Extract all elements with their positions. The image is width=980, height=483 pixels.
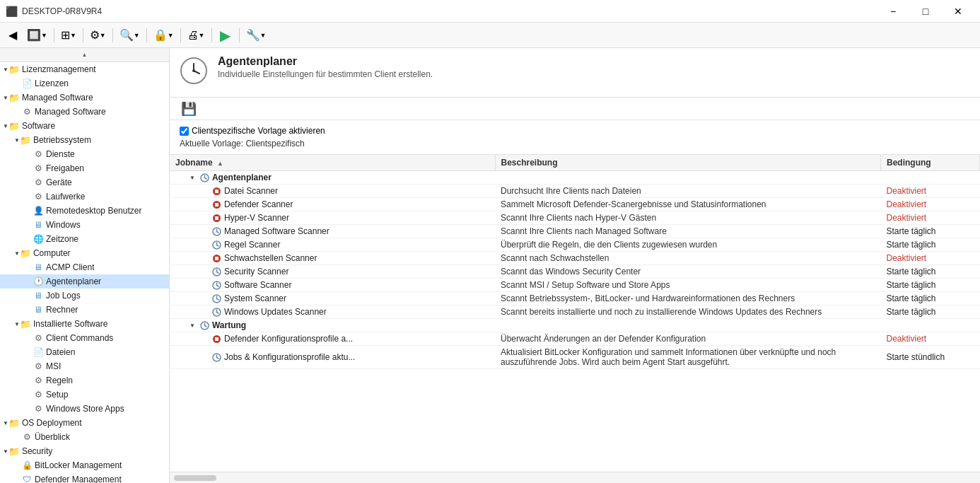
tree-item-28[interactable]: 🔒 BitLocker Management (0, 458, 169, 472)
tree-item-12[interactable]: 🌐 Zeitzone (0, 232, 169, 246)
play-btn[interactable]: ▶ (216, 25, 235, 45)
tree-item-19[interactable]: ⚙ Client Commands (0, 331, 169, 345)
title-bar: ⬛ DESKTOP-0R8V9R4 − □ ✕ (0, 0, 980, 23)
tree-label-18: Installierte Software (33, 319, 107, 329)
tree-item-15[interactable]: 🕐 Agentenplaner (0, 274, 169, 289)
tree-item-10[interactable]: 👤 Remotedesktop Benutzer (0, 204, 169, 218)
tree-item-13[interactable]: ▼ 📁 Computer (0, 246, 169, 260)
tree-item-17[interactable]: 🖥 Rechner (0, 303, 169, 317)
tree-item-23[interactable]: ⚙ Setup (0, 388, 169, 402)
tree-item-5[interactable]: ▼ 📁 Betriebssystem (0, 133, 169, 147)
tree-container: ▼ 📁 Lizenzmanagement 📄 Lizenzen ▼ 📁 Mana… (0, 62, 169, 483)
col-jobname[interactable]: Jobname ▲ (170, 155, 495, 171)
tree-item-18[interactable]: ▼ 📁 Installierte Software (0, 317, 169, 331)
checkbox-vorlage-label[interactable]: Clientspezifische Vorlage aktivieren (180, 126, 970, 136)
tree-item-26[interactable]: ⚙ Überblick (0, 430, 169, 444)
expand-arrow-2[interactable]: ▼ (3, 95, 8, 101)
save-button[interactable]: 💾 (180, 100, 198, 118)
close-button[interactable]: ✕ (942, 0, 974, 23)
sort-arrow: ▲ (217, 160, 223, 167)
table-row[interactable]: Schwachstellen Scanner Scannt nach Schwa… (170, 252, 980, 265)
cell-bedingung: Deaktiviert (881, 252, 980, 265)
table-row[interactable]: ▼ Agentenplaner (170, 171, 980, 185)
tree-item-25[interactable]: ▼ 📁 OS Deployment (0, 416, 169, 430)
table-row[interactable]: ▼ Wartung (170, 319, 980, 332)
job-name-text: Windows Updates Scanner (224, 307, 327, 317)
tree-item-29[interactable]: 🛡 Defender Management (0, 472, 169, 483)
expand-group-11[interactable]: ▼ (189, 322, 195, 329)
tree-item-22[interactable]: ⚙ Regeln (0, 373, 169, 388)
cell-jobname: Security Scanner (170, 265, 495, 279)
tree-icon-19: ⚙ (33, 332, 44, 344)
tree-item-9[interactable]: ⚙ Laufwerke (0, 190, 169, 204)
table-row[interactable]: System Scanner Scannt Betriebssystem-, B… (170, 292, 980, 305)
tree-item-2[interactable]: ▼ 📁 Managed Software (0, 91, 169, 105)
tree-label-22: Regeln (46, 376, 73, 385)
tree-icon-9: ⚙ (33, 191, 44, 202)
settings-btn[interactable]: ⚙▼ (87, 25, 109, 45)
svg-line-18 (217, 245, 219, 246)
tree-item-6[interactable]: ⚙ Dienste (0, 147, 169, 161)
expand-arrow-13[interactable]: ▼ (14, 250, 20, 257)
tree-icon-14: 🖥 (33, 262, 44, 273)
clock-icon-row (212, 267, 221, 277)
table-row[interactable]: Windows Updates Scanner Scannt bereits i… (170, 305, 980, 319)
tree-item-4[interactable]: ▼ 📁 Software (0, 119, 169, 133)
table-row[interactable]: Defender Scanner Sammelt Microsoft Defen… (170, 198, 980, 211)
h-scrollbar[interactable] (170, 472, 980, 483)
table-row[interactable]: Regel Scanner Überprüft die Regeln, die … (170, 238, 980, 252)
stop-icon-row (212, 200, 221, 209)
page-subtitle: Individuelle Einstellungen für bestimmte… (218, 69, 433, 79)
tree-item-16[interactable]: 🖥 Job Logs (0, 289, 169, 303)
tree-icon-2: 📁 (8, 92, 20, 103)
filter-btn[interactable]: 🔍▼ (117, 25, 143, 45)
print-btn[interactable]: 🖨▼ (185, 25, 208, 45)
table-row[interactable]: Hyper-V Scanner Scannt Ihre Clients nach… (170, 211, 980, 225)
sidebar-scroll-up[interactable]: ▲ (0, 48, 169, 62)
tree-item-11[interactable]: 🖥 Windows (0, 218, 169, 232)
expand-arrow-5[interactable]: ▼ (14, 137, 20, 144)
table-row[interactable]: Defender Konfigurationsprofile a... Über… (170, 332, 980, 346)
tree-item-7[interactable]: ⚙ Freigaben (0, 161, 169, 175)
tree-item-24[interactable]: ⚙ Windows Store Apps (0, 402, 169, 416)
grid-btn[interactable]: ⊞▼ (58, 25, 79, 45)
tree-label-11: Windows (46, 220, 81, 230)
cell-jobname: Regel Scanner (170, 238, 495, 252)
tree-item-27[interactable]: ▼ 📁 Security (0, 444, 169, 458)
tree-item-14[interactable]: 🖥 ACMP Client (0, 260, 169, 274)
cell-bedingung: Deaktiviert (881, 198, 980, 211)
back-button[interactable]: ◀ (3, 25, 23, 45)
clock-icon-row (212, 308, 221, 317)
tree-icon-1: 📄 (21, 78, 33, 89)
cell-jobname: Jobs & Konfigurationsprofile aktu... (170, 346, 495, 369)
lock-btn[interactable]: 🔒▼ (151, 25, 177, 45)
tree-item-20[interactable]: 📄 Dateien (0, 345, 169, 359)
expand-arrow-25[interactable]: ▼ (3, 420, 8, 426)
minimize-button[interactable]: − (877, 0, 909, 23)
expand-arrow-0[interactable]: ▼ (3, 66, 8, 73)
dropdown-btn-1[interactable]: 🔲▼ (24, 25, 50, 45)
table-row[interactable]: Datei Scanner Durchsucht Ihre Clients na… (170, 185, 980, 198)
tree-label-4: Software (22, 121, 55, 131)
expand-arrow-27[interactable]: ▼ (3, 448, 8, 455)
expand-group-0[interactable]: ▼ (189, 175, 195, 181)
table-row[interactable]: Security Scanner Scannt das Windows Secu… (170, 265, 980, 279)
tree-item-21[interactable]: ⚙ MSI (0, 359, 169, 373)
table-row[interactable]: Managed Software Scanner Scannt Ihre Cli… (170, 225, 980, 238)
checkbox-vorlage[interactable] (180, 127, 189, 136)
tree-item-8[interactable]: ⚙ Geräte (0, 175, 169, 190)
clock-icon-row (212, 353, 221, 362)
tree-icon-21: ⚙ (33, 361, 44, 372)
plugin-btn[interactable]: 🔧▼ (243, 25, 269, 45)
tree-item-0[interactable]: ▼ 📁 Lizenzmanagement (0, 62, 169, 76)
col-bedingung[interactable]: Bedingung (881, 155, 980, 171)
table-row[interactable]: Software Scanner Scannt MSI / Setup Soft… (170, 279, 980, 292)
expand-arrow-18[interactable]: ▼ (14, 321, 20, 327)
expand-arrow-4[interactable]: ▼ (3, 123, 8, 129)
col-beschreibung[interactable]: Beschreibung (495, 155, 881, 171)
tree-icon-10: 👤 (33, 205, 44, 216)
table-row[interactable]: Jobs & Konfigurationsprofile aktu... Akt… (170, 346, 980, 369)
tree-item-1[interactable]: 📄 Lizenzen (0, 76, 169, 91)
maximize-button[interactable]: □ (909, 0, 942, 23)
tree-item-3[interactable]: ⚙ Managed Software (0, 105, 169, 119)
